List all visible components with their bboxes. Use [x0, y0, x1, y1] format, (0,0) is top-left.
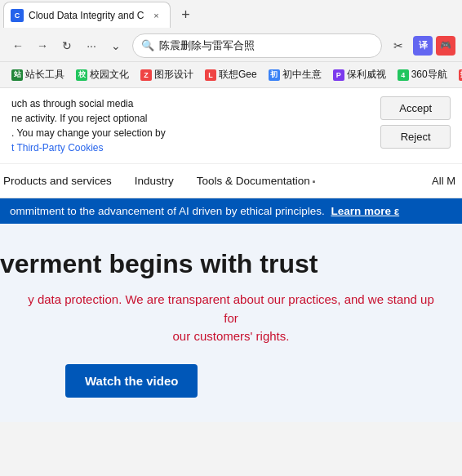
bookmark-label: 360导航	[411, 68, 447, 82]
address-text: 陈震删除与雷军合照	[159, 38, 373, 53]
bookmark-favicon: 扶	[459, 69, 462, 81]
cookie-text: uch as through social media ne activity.…	[11, 96, 372, 155]
back-icon: ←	[12, 39, 24, 52]
bookmark-item[interactable]: Z 图形设计	[135, 66, 198, 83]
nav-all[interactable]: All M	[432, 175, 462, 187]
toolbar-right: ✂ 译 🎮	[387, 34, 455, 57]
bookmark-favicon: Z	[140, 69, 152, 81]
cookie-text-line3: . You may change your selection by	[11, 127, 166, 139]
game-icon: 🎮	[440, 40, 451, 51]
tab-label: Cloud Data Integrity and C	[29, 10, 144, 21]
hero-title-text: verment begins with trust	[0, 249, 318, 278]
menu-button[interactable]: ···	[80, 34, 103, 57]
cookie-link[interactable]: t Third-Party Cookies	[11, 142, 103, 153]
cookie-text-line1: uch as through social media	[11, 98, 133, 109]
bookmark-label: 图形设计	[154, 68, 193, 82]
cut-icon: ✂	[393, 39, 403, 52]
announcement-link[interactable]: Learn more ε	[331, 205, 399, 217]
bookmark-item[interactable]: P 保利威视	[328, 66, 391, 83]
nav-item-products[interactable]: Products and services	[0, 164, 123, 198]
forward-icon: →	[37, 39, 48, 52]
hero-subtitle-line2: our customers' rights.	[173, 329, 290, 343]
nav-buttons: ← → ↻ ··· ⌄	[7, 34, 127, 57]
tab-close-button[interactable]: ×	[149, 8, 163, 23]
tab-favicon: C	[11, 9, 24, 22]
bookmark-favicon: 4	[398, 69, 409, 81]
bookmark-item[interactable]: 校 校园文化	[71, 66, 134, 83]
browser-frame: C Cloud Data Integrity and C × + ← → ↻ ·…	[0, 0, 462, 422]
hero-subtitle: y data protection. We are transparent ab…	[0, 291, 462, 346]
menu-icon: ···	[87, 39, 96, 52]
nav-label-products: Products and services	[3, 175, 112, 187]
refresh-button[interactable]: ↻	[56, 34, 78, 57]
hero-title: verment begins with trust	[0, 248, 462, 279]
bookmark-favicon: 校	[76, 69, 87, 81]
bookmark-item[interactable]: 扶	[454, 68, 462, 82]
tools-icon: ▪	[313, 176, 316, 186]
translate-icon: 译	[419, 39, 428, 51]
hero-section: verment begins with trust y data protect…	[0, 224, 462, 422]
bookmark-label: 校园文化	[90, 68, 129, 82]
bookmark-favicon: 站	[11, 69, 23, 81]
forward-button[interactable]: →	[31, 34, 54, 57]
refresh-icon: ↻	[62, 39, 72, 52]
cut-button[interactable]: ✂	[387, 34, 410, 57]
new-tab-button[interactable]: +	[174, 3, 197, 26]
nav-item-tools[interactable]: Tools & Documentation ▪	[185, 164, 327, 198]
tab-bar: C Cloud Data Integrity and C × +	[0, 0, 462, 29]
nav-item-industry[interactable]: Industry	[123, 164, 185, 198]
bookmark-favicon: P	[333, 69, 344, 81]
hero-subtitle-line1: y data protection. We are transparent ab…	[28, 292, 434, 325]
nav-label-tools: Tools & Documentation	[197, 175, 310, 187]
bookmark-item[interactable]: 4 360导航	[393, 66, 452, 83]
bookmark-label: 初中生意	[282, 68, 322, 82]
site-nav: Products and services Industry Tools & D…	[0, 164, 462, 198]
bookmarks-bar: 站 站长工具 校 校园文化 Z 图形设计 L 联想Gee 初 初中生意 P 保利…	[0, 62, 462, 88]
nav-label-industry: Industry	[135, 175, 174, 187]
bookmark-label: 站长工具	[25, 68, 64, 82]
toolbar: ← → ↻ ··· ⌄ 🔍 陈震删除与雷军合照 ✂ 译	[0, 29, 462, 62]
bookmark-favicon: L	[205, 69, 216, 81]
cookie-banner: uch as through social media ne activity.…	[0, 88, 462, 164]
bookmark-label: 联想Gee	[219, 68, 257, 82]
search-icon: 🔍	[141, 39, 154, 51]
back-button[interactable]: ←	[7, 34, 29, 57]
cookie-buttons: Accept Reject	[380, 96, 451, 149]
active-tab[interactable]: C Cloud Data Integrity and C ×	[3, 2, 171, 28]
reject-button[interactable]: Reject	[380, 125, 451, 149]
hero-content: verment begins with trust y data protect…	[0, 248, 462, 398]
bookmark-favicon: 初	[269, 69, 280, 81]
announcement-text: ommitment to the advancement of AI drive…	[10, 205, 327, 217]
bookmark-item[interactable]: 初 初中生意	[264, 66, 327, 83]
translate-extension[interactable]: 译	[413, 36, 433, 56]
bookmark-label: 保利威视	[347, 68, 386, 82]
watch-video-button[interactable]: Watch the video	[65, 364, 198, 398]
dropdown-button[interactable]: ⌄	[104, 34, 127, 57]
bookmark-item[interactable]: L 联想Gee	[200, 66, 262, 83]
address-bar[interactable]: 🔍 陈震删除与雷军合照	[132, 33, 382, 58]
announcement-bar: ommitment to the advancement of AI drive…	[0, 198, 462, 224]
accept-button[interactable]: Accept	[380, 96, 451, 120]
game-extension[interactable]: 🎮	[436, 36, 455, 56]
bookmark-item[interactable]: 站 站长工具	[7, 66, 69, 83]
cookie-text-line2: ne activity. If you reject optional	[11, 113, 148, 124]
dropdown-icon: ⌄	[111, 39, 121, 52]
